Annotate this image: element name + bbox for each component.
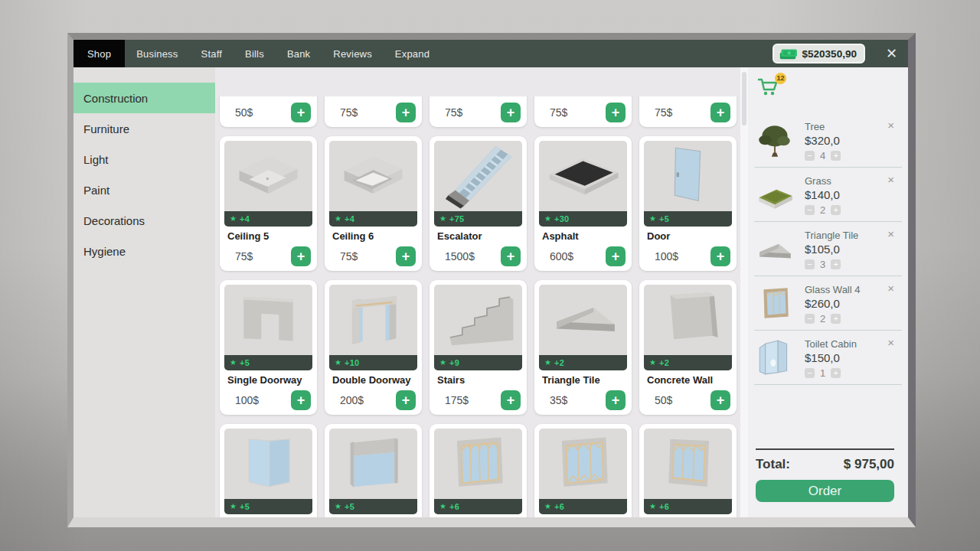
star-icon: ★ bbox=[230, 503, 237, 510]
product-name: Double Doorway bbox=[332, 372, 418, 389]
sidebar-item-decorations[interactable]: Decorations bbox=[74, 205, 215, 236]
sidebar-item-light[interactable]: Light bbox=[74, 144, 215, 174]
product-card: 75$+ bbox=[325, 96, 422, 127]
add-to-cart-button[interactable]: + bbox=[606, 246, 626, 266]
tab-reviews[interactable]: Reviews bbox=[322, 40, 384, 67]
sidebar-item-construction[interactable]: Construction bbox=[74, 83, 215, 113]
remove-item-button[interactable]: × bbox=[887, 174, 894, 185]
category-sidebar: Construction Furniture Light Paint Decor… bbox=[74, 67, 215, 517]
product-image-ceiling-6: ★+4 bbox=[329, 141, 417, 227]
add-to-cart-button[interactable]: + bbox=[710, 246, 730, 266]
add-to-cart-button[interactable]: + bbox=[501, 390, 521, 410]
product-row: 50$+ 75$+ 75$+ 75$+ bbox=[215, 96, 740, 127]
product-price: 75$ bbox=[331, 250, 358, 262]
close-button[interactable]: ✕ bbox=[886, 47, 897, 60]
decrease-qty-button[interactable]: − bbox=[805, 314, 815, 324]
order-button[interactable]: Order bbox=[756, 480, 894, 502]
tab-bills[interactable]: Bills bbox=[234, 40, 276, 67]
increase-qty-button[interactable]: + bbox=[831, 259, 841, 269]
balance-amount: $520350,90 bbox=[802, 48, 857, 60]
star-icon: ★ bbox=[335, 359, 341, 367]
rating-badge: ★+5 bbox=[329, 499, 417, 514]
tab-bank[interactable]: Bank bbox=[276, 40, 322, 67]
product-card: ★+5 Single Doorway 100$+ bbox=[220, 280, 317, 415]
decrease-qty-button[interactable]: − bbox=[805, 368, 815, 378]
add-to-cart-button[interactable]: + bbox=[291, 390, 311, 410]
product-card: ★+2 Concrete Wall 50$+ bbox=[639, 280, 737, 415]
product-name: Triangle Tile bbox=[542, 372, 628, 389]
add-to-cart-button[interactable]: + bbox=[501, 246, 521, 266]
add-to-cart-button[interactable]: + bbox=[606, 390, 626, 410]
cart-item-name: Triangle Tile bbox=[805, 230, 858, 241]
product-image-glass-wall-lattice-3: ★+6 bbox=[644, 429, 732, 514]
tab-staff[interactable]: Staff bbox=[190, 40, 234, 67]
cart-count-badge: 12 bbox=[775, 73, 786, 84]
cart-item-price: $260,0 bbox=[805, 297, 860, 310]
add-to-cart-button[interactable]: + bbox=[396, 246, 416, 266]
product-name bbox=[332, 96, 418, 101]
product-price: 75$ bbox=[226, 250, 253, 262]
cart-item: Toilet Cabin $150,0 − 1 + × bbox=[754, 331, 902, 385]
cart-item-name: Grass bbox=[805, 175, 841, 187]
product-card: ★+75 Escalator 1500$+ bbox=[430, 136, 527, 271]
product-card: ★+5 + bbox=[220, 424, 317, 517]
remove-item-button[interactable]: × bbox=[887, 337, 894, 348]
increase-qty-button[interactable]: + bbox=[831, 368, 841, 378]
increase-qty-button[interactable]: + bbox=[831, 314, 841, 324]
total-label: Total: bbox=[756, 457, 790, 472]
decrease-qty-button[interactable]: − bbox=[805, 205, 815, 215]
product-card: 50$+ bbox=[220, 96, 317, 127]
product-name: Escalator bbox=[437, 228, 523, 245]
sidebar-item-furniture[interactable]: Furniture bbox=[74, 113, 215, 144]
product-image-asphalt: ★+30 bbox=[539, 141, 627, 227]
sidebar-item-hygiene[interactable]: Hygiene bbox=[74, 236, 215, 266]
star-icon: ★ bbox=[649, 215, 656, 223]
tab-shop[interactable]: Shop bbox=[74, 40, 125, 67]
decrease-qty-button[interactable]: − bbox=[805, 259, 815, 269]
remove-item-button[interactable]: × bbox=[887, 228, 894, 240]
remove-item-button[interactable]: × bbox=[887, 119, 894, 131]
product-name bbox=[647, 516, 733, 517]
product-row: ★+5 + ★+5 + bbox=[215, 424, 740, 517]
product-image-escalator: ★+75 bbox=[434, 141, 522, 227]
star-icon: ★ bbox=[649, 359, 656, 367]
product-image-glass-door: ★+5 bbox=[224, 429, 312, 514]
add-to-cart-button[interactable]: + bbox=[396, 390, 416, 410]
product-image-glass-wall-lattice-2: ★+6 bbox=[539, 429, 627, 514]
tab-business[interactable]: Business bbox=[125, 40, 189, 67]
product-price: 75$ bbox=[645, 106, 672, 119]
top-navigation-bar: Shop Business Staff Bills Bank Reviews E… bbox=[74, 40, 908, 67]
balance-display: $520350,90 bbox=[773, 44, 865, 64]
scrollbar-track bbox=[740, 67, 748, 517]
add-to-cart-button[interactable]: + bbox=[606, 103, 626, 122]
decrease-qty-button[interactable]: − bbox=[805, 151, 815, 161]
money-icon bbox=[778, 47, 798, 60]
sidebar-item-paint[interactable]: Paint bbox=[74, 174, 215, 205]
add-to-cart-button[interactable]: + bbox=[291, 103, 311, 122]
add-to-cart-button[interactable]: + bbox=[291, 246, 311, 266]
remove-item-button[interactable]: × bbox=[887, 282, 894, 294]
product-name: Asphalt bbox=[542, 228, 628, 245]
product-image-door: ★+5 bbox=[644, 141, 732, 227]
cart-item-name: Tree bbox=[805, 121, 841, 132]
tab-expand[interactable]: Expand bbox=[384, 40, 441, 67]
cart-item-price: $320,0 bbox=[805, 134, 841, 147]
cart-footer: Total: $ 975,00 Order bbox=[756, 448, 894, 502]
increase-qty-button[interactable]: + bbox=[831, 151, 841, 161]
product-price: 600$ bbox=[541, 250, 573, 262]
rating-badge: ★+75 bbox=[434, 211, 522, 227]
rating-badge: ★+30 bbox=[539, 211, 627, 227]
star-icon: ★ bbox=[544, 215, 551, 223]
product-card: ★+4 Ceiling 6 75$+ bbox=[325, 136, 422, 271]
product-grid: 50$+ 75$+ 75$+ 75$+ bbox=[215, 67, 740, 517]
product-card: 75$+ bbox=[534, 96, 632, 127]
add-to-cart-button[interactable]: + bbox=[501, 103, 521, 122]
rating-badge: ★+5 bbox=[644, 211, 732, 227]
star-icon: ★ bbox=[439, 359, 446, 367]
cart-item-price: $105,0 bbox=[805, 243, 858, 256]
add-to-cart-button[interactable]: + bbox=[710, 390, 730, 410]
scrollbar-thumb[interactable] bbox=[742, 72, 746, 126]
add-to-cart-button[interactable]: + bbox=[396, 103, 416, 122]
add-to-cart-button[interactable]: + bbox=[710, 103, 730, 122]
increase-qty-button[interactable]: + bbox=[831, 205, 841, 215]
